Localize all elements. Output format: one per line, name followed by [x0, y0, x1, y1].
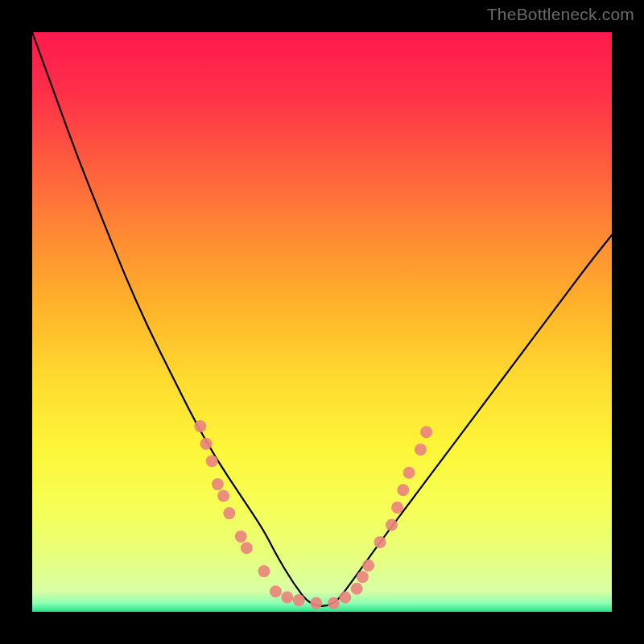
- marker-dot: [339, 592, 351, 604]
- marker-dot: [357, 571, 369, 583]
- marker-dot: [258, 565, 270, 577]
- gradient-background: [32, 32, 612, 612]
- marker-dot: [374, 536, 386, 548]
- marker-dot: [212, 478, 224, 490]
- watermark-text: TheBottleneck.com: [487, 5, 634, 24]
- marker-dot: [217, 490, 229, 502]
- marker-dot: [310, 597, 322, 609]
- marker-dot: [362, 559, 374, 572]
- marker-dot: [351, 583, 363, 595]
- marker-dot: [293, 594, 305, 606]
- chart-container: TheBottleneck.com: [0, 0, 644, 644]
- marker-dot: [200, 438, 213, 450]
- marker-dot: [403, 467, 415, 479]
- marker-dot: [235, 530, 247, 543]
- marker-dot: [391, 502, 403, 514]
- marker-dot: [270, 585, 282, 597]
- marker-dot: [386, 519, 398, 531]
- marker-dot: [397, 484, 409, 496]
- plot-svg: [32, 32, 612, 612]
- marker-dot: [415, 444, 427, 456]
- marker-dot: [420, 426, 432, 438]
- marker-dot: [206, 455, 218, 467]
- marker-dot: [281, 592, 293, 604]
- marker-dot: [241, 542, 253, 554]
- marker-dot: [328, 597, 340, 609]
- marker-dot: [223, 507, 235, 519]
- marker-dot: [194, 420, 206, 432]
- plot-area: [32, 32, 612, 612]
